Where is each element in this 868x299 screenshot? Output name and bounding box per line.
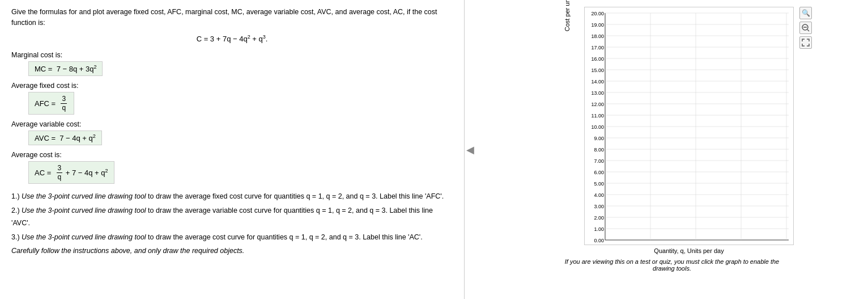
instruction-1-text: to draw the average fixed cost curve for… (146, 192, 444, 200)
svg-text:5.00: 5.00 (594, 181, 604, 187)
instruction-2-num: 2.) (11, 207, 22, 214)
svg-text:16.00: 16.00 (591, 56, 604, 62)
ac-denominator: q (57, 173, 63, 181)
svg-text:4: 4 (785, 243, 788, 245)
avc-label: Average variable cost: (11, 120, 453, 128)
intro-text: Give the formulas for and plot average f… (11, 7, 453, 28)
svg-text:6.00: 6.00 (594, 170, 604, 175)
svg-text:18.00: 18.00 (591, 33, 604, 39)
ac-section-label: Average cost is: (11, 151, 453, 159)
ac-fraction: 3 q (57, 164, 63, 181)
instruction-3-text: to draw the average cost curve for quant… (146, 233, 423, 241)
afc-numerator: 3 (61, 95, 67, 103)
instruction-3-italic: Use the 3-point curved line drawing tool (22, 233, 146, 241)
expand-icon (802, 39, 810, 47)
afc-formula-block: AFC = 3 q (28, 92, 453, 115)
chart-note: If you are viewing this on a test or qui… (553, 258, 791, 272)
expand-button[interactable] (799, 36, 812, 49)
svg-text:2.00: 2.00 (594, 215, 604, 221)
svg-text:20.00: 20.00 (591, 11, 604, 16)
mc-label: Marginal cost is: (11, 51, 453, 59)
instruction-2-italic: Use the 3-point curved line drawing tool (22, 207, 146, 214)
chart-svg[interactable]: 20.00 19.00 18.00 17.00 16.00 15.00 14.0… (584, 7, 794, 245)
afc-formula-box: AFC = 3 q (28, 92, 74, 115)
afc-denominator: q (61, 104, 67, 112)
divider-arrow: ◀ (466, 144, 474, 156)
left-panel: Give the formulas for and plot average f… (0, 0, 465, 299)
svg-text:11.00: 11.00 (591, 113, 604, 119)
svg-text:17.00: 17.00 (591, 45, 604, 50)
right-panel: Cost per unit, $ 20.00 19.00 18.00 1 (476, 0, 868, 299)
svg-text:3: 3 (739, 243, 742, 245)
svg-text:4.00: 4.00 (594, 192, 604, 198)
mc-formula-box: MC = 7 − 8q + 3q2 (28, 61, 103, 76)
cost-formula: C = 3 + 7q − 4q2 + q3. (11, 34, 453, 43)
y-axis: 20.00 19.00 18.00 17.00 16.00 15.00 14.0… (591, 11, 789, 245)
careful-note: Carefully follow the instructions above,… (11, 247, 453, 255)
svg-text:1: 1 (649, 243, 652, 245)
svg-text:19.00: 19.00 (591, 22, 604, 28)
afc-formula-label: AFC = (35, 99, 59, 108)
svg-line-54 (807, 30, 809, 31)
svg-text:12.00: 12.00 (591, 102, 604, 107)
zoom-out-icon (802, 24, 810, 32)
ac-formula-box: AC = 3 q + 7 − 4q + q2 (28, 161, 114, 184)
mc-formula-label: MC = 7 − 8q + 3q2 (35, 64, 96, 73)
instruction-2: 2.) Use the 3-point curved line drawing … (11, 205, 453, 229)
svg-text:0.00: 0.00 (594, 238, 604, 243)
avc-formula-box: AVC = 7 − 4q + q2 (28, 130, 102, 145)
svg-text:10.00: 10.00 (591, 124, 604, 130)
mc-formula-block: MC = 7 − 8q + 3q2 (28, 61, 453, 76)
instruction-3: 3.) Use the 3-point curved line drawing … (11, 231, 453, 243)
svg-text:7.00: 7.00 (594, 158, 604, 164)
ac-rest: + 7 − 4q + q2 (63, 168, 108, 177)
afc-label: Average fixed cost is: (11, 82, 453, 90)
zoom-out-button[interactable] (799, 22, 812, 34)
x-axis-label: Quantity, q, Units per day (654, 247, 724, 254)
svg-text:1.00: 1.00 (594, 226, 604, 232)
svg-text:0: 0 (603, 243, 606, 245)
ac-formula-block: AC = 3 q + 7 − 4q + q2 (28, 161, 453, 184)
instructions: 1.) Use the 3-point curved line drawing … (11, 191, 453, 243)
svg-text:9.00: 9.00 (594, 136, 604, 141)
svg-text:2: 2 (694, 243, 697, 245)
svg-text:13.00: 13.00 (591, 90, 604, 96)
instruction-1-italic: Use the 3-point curved line drawing tool (22, 192, 146, 200)
instruction-1: 1.) Use the 3-point curved line drawing … (11, 191, 453, 203)
svg-text:8.00: 8.00 (594, 147, 604, 153)
panel-divider[interactable]: ◀ (465, 0, 476, 299)
ac-numerator: 3 (57, 164, 63, 172)
y-axis-label: Cost per unit, $ (564, 0, 571, 31)
svg-text:15.00: 15.00 (591, 68, 604, 73)
svg-text:14.00: 14.00 (591, 79, 604, 85)
afc-fraction: 3 q (61, 95, 67, 112)
avc-formula-block: AVC = 7 − 4q + q2 (28, 130, 453, 145)
svg-text:3.00: 3.00 (594, 204, 604, 209)
avc-formula-label: AVC = 7 − 4q + q2 (35, 133, 96, 142)
ac-formula-label: AC = (35, 169, 56, 177)
instruction-3-num: 3.) (11, 233, 22, 241)
instruction-1-num: 1.) (11, 192, 22, 200)
zoom-in-button[interactable]: 🔍 (799, 7, 812, 19)
cost-formula-text: C = 3 + 7q − 4q2 + q3. (197, 35, 268, 43)
